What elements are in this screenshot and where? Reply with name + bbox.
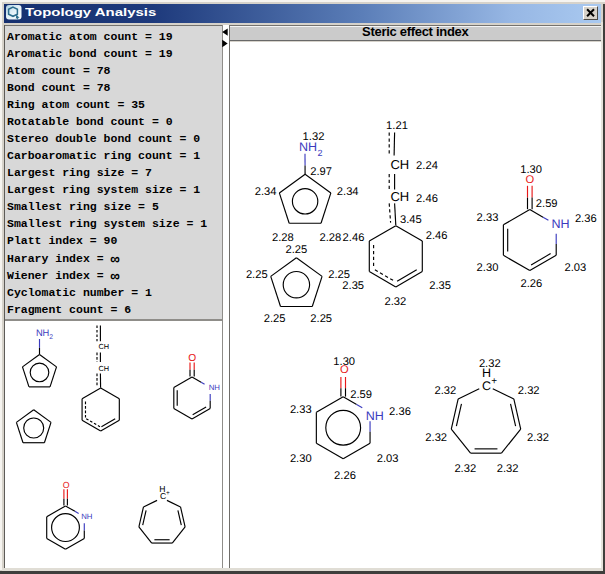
svg-text:3.45: 3.45 xyxy=(400,214,422,226)
svg-text:2.25: 2.25 xyxy=(310,313,332,325)
svg-text:NH: NH xyxy=(552,217,570,231)
svg-text:2.32: 2.32 xyxy=(479,358,501,370)
svg-text:2.35: 2.35 xyxy=(342,280,364,292)
svg-text:O: O xyxy=(188,353,196,364)
svg-text:2.32: 2.32 xyxy=(518,385,540,397)
svg-text:2.30: 2.30 xyxy=(477,262,499,274)
svg-text:2.32: 2.32 xyxy=(497,463,519,475)
svg-text:2.97: 2.97 xyxy=(310,166,332,178)
svg-text:O: O xyxy=(63,480,70,490)
svg-text:2.46: 2.46 xyxy=(343,232,365,244)
svg-text:2.46: 2.46 xyxy=(426,230,448,242)
svg-text:1.21: 1.21 xyxy=(386,120,408,132)
svg-text:2.26: 2.26 xyxy=(334,470,356,482)
svg-text:NH: NH xyxy=(366,409,384,423)
svg-text:CH: CH xyxy=(98,364,109,373)
svg-text:+: + xyxy=(166,490,170,497)
svg-text:2.59: 2.59 xyxy=(536,198,558,210)
svg-text:2.28: 2.28 xyxy=(320,232,342,244)
svg-text:1.30: 1.30 xyxy=(520,164,542,176)
svg-text:2.25: 2.25 xyxy=(264,313,286,325)
svg-text:2.32: 2.32 xyxy=(435,385,457,397)
svg-text:2.36: 2.36 xyxy=(389,406,411,418)
svg-text:2.32: 2.32 xyxy=(425,432,447,444)
svg-text:+: + xyxy=(491,376,497,387)
svg-text:H: H xyxy=(159,484,165,494)
svg-text:2: 2 xyxy=(318,148,323,158)
svg-text:2.30: 2.30 xyxy=(290,453,312,465)
svg-text:2.25: 2.25 xyxy=(328,269,350,281)
svg-text:2.34: 2.34 xyxy=(337,186,359,198)
svg-text:2.32: 2.32 xyxy=(527,432,549,444)
svg-text:NH: NH xyxy=(209,383,220,392)
svg-text:2.46: 2.46 xyxy=(416,193,438,205)
svg-text:1.30: 1.30 xyxy=(333,356,355,368)
svg-text:CH: CH xyxy=(390,157,409,172)
svg-text:2.25: 2.25 xyxy=(246,269,268,281)
svg-text:2.28: 2.28 xyxy=(272,232,294,244)
svg-text:2.33: 2.33 xyxy=(477,212,499,224)
svg-text:2: 2 xyxy=(49,334,53,341)
svg-text:2.03: 2.03 xyxy=(565,262,587,274)
svg-text:C: C xyxy=(482,379,491,393)
svg-text:2.03: 2.03 xyxy=(377,453,399,465)
svg-text:NH: NH xyxy=(36,328,49,338)
svg-text:2.24: 2.24 xyxy=(416,160,438,172)
svg-text:1.32: 1.32 xyxy=(303,131,325,143)
svg-text:2.26: 2.26 xyxy=(521,278,543,290)
svg-text:2.36: 2.36 xyxy=(575,213,597,225)
svg-text:NH: NH xyxy=(81,512,92,521)
svg-text:2.25: 2.25 xyxy=(286,244,308,256)
svg-text:2.33: 2.33 xyxy=(290,404,312,416)
svg-text:2.34: 2.34 xyxy=(255,186,277,198)
svg-text:2.59: 2.59 xyxy=(350,389,372,401)
svg-text:2.32: 2.32 xyxy=(385,296,407,308)
svg-text:CH: CH xyxy=(390,189,409,204)
svg-text:2.32: 2.32 xyxy=(454,463,476,475)
svg-text:2.35: 2.35 xyxy=(429,280,451,292)
svg-text:CH: CH xyxy=(98,342,109,351)
